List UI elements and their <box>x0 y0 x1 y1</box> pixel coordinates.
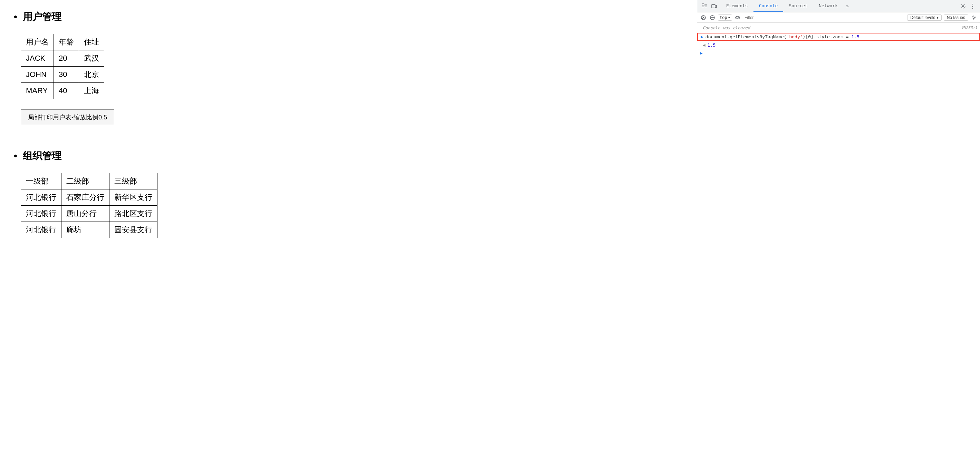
inspect-icon-button[interactable] <box>700 2 709 11</box>
table-cell: 河北银行 <box>21 222 62 238</box>
devtools-panel: Elements Console Sources Network » <box>697 0 980 470</box>
table-cell: MARY <box>21 83 54 99</box>
devtools-top-bar: Elements Console Sources Network » <box>697 0 980 13</box>
print-button[interactable]: 局部打印用户表-缩放比例0.5 <box>21 110 114 125</box>
bullet-1: • <box>14 11 17 22</box>
table-row: 用户名 年龄 住址 <box>21 34 104 50</box>
table-row: JOHN 30 北京 <box>21 67 104 83</box>
org-table: 一级部 二级部 三级部 河北银行 石家庄分行 新华区支行 河北银行 唐山分行 路… <box>21 173 158 238</box>
table-cell: 40 <box>54 83 79 99</box>
table-cell: 二级部 <box>62 173 110 189</box>
svg-point-7 <box>963 6 964 7</box>
devtools-tabs: Elements Console Sources Network » <box>721 0 851 12</box>
tab-console[interactable]: Console <box>754 0 784 12</box>
table-cell: 上海 <box>79 83 104 99</box>
console-input-line: ▶ document.getElementsByTagName('body')[… <box>697 33 980 41</box>
console-settings-icon-button[interactable] <box>970 14 977 21</box>
main-content: • 用户管理 用户名 年龄 住址 JACK 20 武汉 JOHN 30 北京 M… <box>0 0 697 470</box>
filter-input[interactable] <box>743 14 905 21</box>
table-cell: 年龄 <box>54 34 79 50</box>
tab-sources[interactable]: Sources <box>783 0 813 12</box>
console-output: Console was cleared VM233:1 ▶ document.g… <box>697 23 980 470</box>
table-row: JACK 20 武汉 <box>21 50 104 67</box>
table-row: 河北银行 廊坊 固安县支行 <box>21 222 158 238</box>
section1-heading: • 用户管理 <box>14 10 683 24</box>
table-cell: 固安县支行 <box>110 222 158 238</box>
svg-point-15 <box>973 17 975 18</box>
table-row: MARY 40 上海 <box>21 83 104 99</box>
device-toolbar-button[interactable] <box>710 2 719 11</box>
clear-console-button[interactable] <box>700 14 707 21</box>
table-cell: 河北银行 <box>21 206 62 222</box>
section-org-management: • 组织管理 一级部 二级部 三级部 河北银行 石家庄分行 新华区支行 河北银行… <box>14 149 683 238</box>
context-dropdown[interactable]: top ▾ <box>718 14 732 21</box>
section1-title: 用户管理 <box>23 10 62 24</box>
table-cell: 20 <box>54 50 79 67</box>
console-command: document.getElementsByTagName('body')[0]… <box>705 34 859 39</box>
settings-icon-button[interactable] <box>959 2 967 11</box>
section2-heading: • 组织管理 <box>14 149 683 162</box>
bullet-2: • <box>14 151 17 162</box>
live-expression-button[interactable] <box>734 14 741 21</box>
table-row: 河北银行 石家庄分行 新华区支行 <box>21 189 158 206</box>
prompt-out-arrow: ◀ <box>703 42 705 48</box>
console-toolbar: top ▾ Default levels ▾ No Issues <box>697 13 980 23</box>
no-issues-button[interactable]: No Issues <box>944 14 968 21</box>
tab-elements[interactable]: Elements <box>721 0 754 12</box>
tab-network[interactable]: Network <box>813 0 843 12</box>
console-cleared-line: Console was cleared VM233:1 <box>697 24 980 32</box>
table-cell: 住址 <box>79 34 104 50</box>
table-row: 河北银行 唐山分行 路北区支行 <box>21 206 158 222</box>
svg-point-13 <box>735 16 740 19</box>
table-cell: 路北区支行 <box>110 206 158 222</box>
table-cell: 用户名 <box>21 34 54 50</box>
svg-rect-5 <box>712 5 715 8</box>
svg-rect-6 <box>715 5 716 8</box>
svg-point-14 <box>737 17 738 18</box>
table-cell: 石家庄分行 <box>62 189 110 206</box>
section2-title: 组织管理 <box>23 149 62 162</box>
table-cell: 三级部 <box>110 173 158 189</box>
table-cell: 唐山分行 <box>62 206 110 222</box>
table-cell: 北京 <box>79 67 104 83</box>
section-user-management: • 用户管理 用户名 年龄 住址 JACK 20 武汉 JOHN 30 北京 M… <box>14 10 683 139</box>
table-cell: 廊坊 <box>62 222 110 238</box>
table-cell: JOHN <box>21 67 54 83</box>
console-prompt-line: ▶ <box>697 49 980 57</box>
block-console-button[interactable] <box>709 14 716 21</box>
table-cell: 30 <box>54 67 79 83</box>
console-output-value: 1.5 <box>708 42 716 48</box>
table-cell: 河北银行 <box>21 189 62 206</box>
table-cell: 新华区支行 <box>110 189 158 206</box>
more-options-icon-button[interactable]: ⋮ <box>968 2 977 11</box>
user-table: 用户名 年龄 住址 JACK 20 武汉 JOHN 30 北京 MARY 40 … <box>21 34 104 99</box>
table-cell: 武汉 <box>79 50 104 67</box>
default-levels-button[interactable]: Default levels ▾ <box>907 14 941 21</box>
console-output-value-line: ◀ 1.5 <box>697 41 980 49</box>
svg-rect-0 <box>702 4 704 6</box>
devtools-settings-area: ⋮ <box>959 2 977 11</box>
more-tabs-button[interactable]: » <box>843 3 851 9</box>
table-cell: 一级部 <box>21 173 62 189</box>
table-cell: JACK <box>21 50 54 67</box>
console-empty-prompt: ▶ <box>700 50 703 56</box>
prompt-in-arrow: ▶ <box>701 34 703 39</box>
table-row: 一级部 二级部 三级部 <box>21 173 158 189</box>
